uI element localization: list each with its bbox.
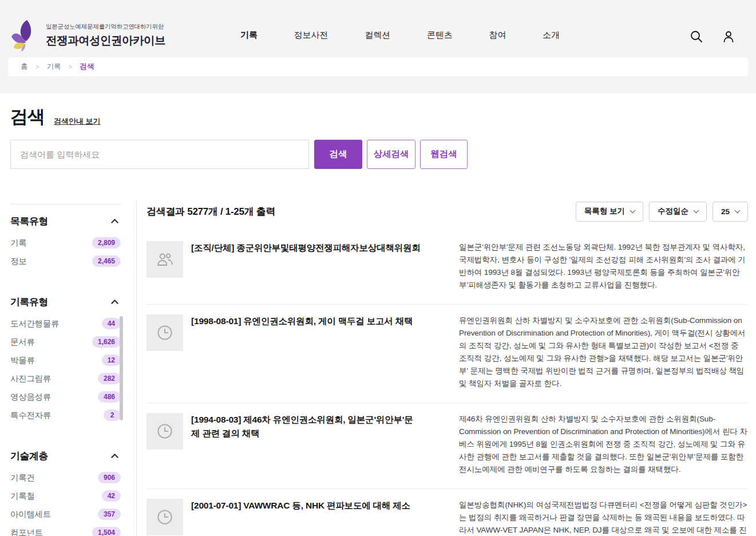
result-title[interactable]: [1994-08-03] 제46차 유엔인권소위원회, 일본군'위안부'문제 관… bbox=[191, 413, 444, 476]
filter-option-label: 기록 bbox=[10, 238, 26, 249]
chevron-up-icon bbox=[111, 219, 118, 226]
result-thumbnail bbox=[147, 314, 183, 351]
filter-option[interactable]: 사진그림류 282 bbox=[10, 369, 121, 388]
nav-item-participate[interactable]: 참여 bbox=[489, 30, 506, 41]
result-title[interactable]: [조직/단체] 종군위안부및태평양전쟁피해자보상대책위원회 bbox=[191, 241, 444, 291]
filter-count-badge: 906 bbox=[98, 472, 121, 483]
filter-section-record-type: 기록유형 도서간행물류 44 문서류 1,626 박물류 12 사진그림류 28… bbox=[10, 285, 121, 424]
filter-sidebar: 목록유형 기록 2,809 정보 2,465 기록유형 도서간행물류 44 bbox=[10, 204, 121, 536]
filter-option[interactable]: 기록건 906 bbox=[10, 468, 121, 487]
filter-section-title: 기록유형 bbox=[10, 295, 48, 309]
breadcrumb-separator: > bbox=[69, 63, 73, 71]
filter-count-badge: 357 bbox=[98, 509, 121, 520]
result-list: [조직/단체] 종군위안부및태평양전쟁피해자보상대책위원회 일본군'위안부'문제… bbox=[147, 231, 748, 536]
scrollbar-thumb[interactable] bbox=[120, 316, 123, 420]
filter-section-header[interactable]: 기록유형 bbox=[10, 294, 121, 314]
result-title[interactable]: [1998-08-01] 유엔인권소위원회, 게이 맥두걸 보고서 채택 bbox=[191, 314, 444, 390]
filter-option[interactable]: 기록 2,809 bbox=[10, 234, 121, 252]
nav-item-dictionary[interactable]: 정보사전 bbox=[294, 30, 328, 41]
filter-option[interactable]: 컴포넌트 1,504 bbox=[10, 523, 121, 536]
result-thumbnail bbox=[147, 499, 183, 535]
filter-count-badge: 282 bbox=[98, 373, 121, 384]
filter-count-badge: 1,504 bbox=[92, 527, 121, 536]
result-description: 유엔인권위원회 산하 차별방지 및 소수자보호에 관한 소위원회(Sub-Com… bbox=[459, 314, 748, 390]
filter-option-label: 문서류 bbox=[10, 337, 35, 348]
chevron-up-icon bbox=[111, 299, 118, 307]
clock-icon bbox=[155, 507, 175, 527]
filter-count-badge: 2 bbox=[104, 409, 121, 421]
search-button[interactable]: 검색 bbox=[314, 140, 362, 169]
logo-text: 일본군성노예제문제를기억하고연대하기위한 전쟁과여성인권아카이브 bbox=[46, 23, 165, 48]
result-title[interactable]: [2001-07-01] VAWWRAC 등, NHK 편파보도에 대해 제소 bbox=[191, 499, 444, 536]
filter-option-label: 도서간행물류 bbox=[10, 318, 59, 329]
clock-icon bbox=[155, 323, 175, 342]
brand-tagline: 일본군성노예제문제를기억하고연대하기위한 bbox=[46, 23, 165, 31]
nav-item-contents[interactable]: 콘텐츠 bbox=[427, 30, 453, 41]
filter-option-label: 특수전자류 bbox=[10, 410, 51, 421]
user-icon[interactable] bbox=[721, 29, 736, 44]
filter-option-label: 영상음성류 bbox=[10, 392, 51, 403]
filter-option[interactable]: 특수전자류 2 bbox=[10, 406, 121, 424]
filter-option[interactable]: 정보 2,465 bbox=[10, 252, 121, 270]
filter-option[interactable]: 기록철 42 bbox=[10, 487, 121, 505]
content-divider bbox=[136, 199, 137, 536]
result-description: 제46차 유엔인권위원회 산하 차별방지 및 소수자보호에 관한 소위원회(Su… bbox=[459, 413, 748, 476]
results-summary: 검색결과 5277개 / 1-25개 출력 bbox=[147, 205, 275, 218]
search-guide-link[interactable]: 검색안내 보기 bbox=[54, 116, 101, 127]
results-header: 검색결과 5277개 / 1-25개 출력 목록형 보기 수정일순 25 bbox=[147, 199, 748, 223]
filter-option-label: 컴포넌트 bbox=[10, 527, 43, 536]
page-size-label: 25 bbox=[721, 207, 730, 216]
filter-option-label: 사진그림류 bbox=[10, 373, 51, 384]
people-icon bbox=[155, 250, 175, 269]
result-item[interactable]: [조직/단체] 종군위안부및태평양전쟁피해자보상대책위원회 일본군'위안부'문제… bbox=[147, 231, 748, 305]
filter-option[interactable]: 박물류 12 bbox=[10, 351, 121, 369]
site-logo[interactable]: 일본군성노예제문제를기억하고연대하기위한 전쟁과여성인권아카이브 bbox=[10, 18, 165, 53]
breadcrumb-search[interactable]: 검색 bbox=[80, 62, 94, 72]
filter-section-header[interactable]: 기술계층 bbox=[10, 448, 121, 468]
filter-option[interactable]: 문서류 1,626 bbox=[10, 333, 121, 351]
filter-section-description-level: 기술계층 기록건 906 기록철 42 아이템세트 357 컴포넌트 1,504 bbox=[10, 439, 121, 536]
header: 일본군성노예제문제를기억하고연대하기위한 전쟁과여성인권아카이브 기록 정보사전… bbox=[0, 0, 756, 93]
filter-section-title: 기술계층 bbox=[10, 450, 48, 463]
filter-count-badge: 2,465 bbox=[92, 255, 121, 267]
breadcrumb: 홈 > 기록 > 검색 bbox=[8, 57, 748, 76]
page-size-select[interactable]: 25 bbox=[713, 202, 748, 222]
filter-option[interactable]: 영상음성류 486 bbox=[10, 388, 121, 406]
filter-option-label: 아이템세트 bbox=[10, 509, 51, 520]
clock-icon bbox=[155, 421, 175, 441]
result-description: 일본방송협회(NHK)의 여성국제전범법정 다큐멘터리 <전쟁을 어떻게 심판할… bbox=[459, 499, 748, 536]
filter-section-header[interactable]: 목록유형 bbox=[10, 214, 121, 234]
filter-scroll-list: 도서간행물류 44 문서류 1,626 박물류 12 사진그림류 282 영상음… bbox=[10, 314, 121, 424]
sort-order-select[interactable]: 수정일순 bbox=[649, 202, 707, 222]
filter-count-badge: 12 bbox=[102, 354, 121, 366]
chevron-down-icon bbox=[694, 208, 699, 214]
filter-section-title: 목록유형 bbox=[10, 215, 48, 228]
breadcrumb-records[interactable]: 기록 bbox=[47, 62, 61, 72]
results-controls: 목록형 보기 수정일순 25 bbox=[576, 202, 748, 222]
brand-title: 전쟁과여성인권아카이브 bbox=[46, 33, 165, 48]
filter-count-badge: 1,626 bbox=[92, 336, 121, 348]
filter-option[interactable]: 도서간행물류 44 bbox=[10, 314, 121, 333]
nav-item-records[interactable]: 기록 bbox=[240, 30, 258, 41]
filter-option-label: 정보 bbox=[10, 256, 26, 267]
result-item[interactable]: [1994-08-03] 제46차 유엔인권소위원회, 일본군'위안부'문제 관… bbox=[147, 403, 748, 489]
filter-option[interactable]: 아이템세트 357 bbox=[10, 505, 121, 523]
advanced-search-button[interactable]: 상세검색 bbox=[367, 140, 415, 169]
filter-count-badge: 44 bbox=[102, 318, 121, 329]
breadcrumb-home[interactable]: 홈 bbox=[21, 62, 28, 72]
web-search-button[interactable]: 웹검색 bbox=[420, 140, 468, 169]
filter-count-badge: 486 bbox=[98, 391, 121, 403]
result-item[interactable]: [2001-07-01] VAWWRAC 등, NHK 편파보도에 대해 제소 … bbox=[147, 489, 748, 536]
filter-option-label: 박물류 bbox=[10, 355, 35, 366]
result-thumbnail bbox=[147, 413, 183, 450]
search-results: 검색결과 5277개 / 1-25개 출력 목록형 보기 수정일순 25 bbox=[147, 199, 748, 536]
result-item[interactable]: [1998-08-01] 유엔인권소위원회, 게이 맥두걸 보고서 채택 유엔인… bbox=[147, 305, 748, 403]
top-navigation: 기록 정보사전 컬렉션 콘텐츠 참여 소개 bbox=[240, 30, 560, 41]
search-icon[interactable] bbox=[689, 29, 704, 44]
page-head: 검색 검색안내 보기 bbox=[10, 105, 101, 129]
nav-item-about[interactable]: 소개 bbox=[543, 30, 560, 41]
view-mode-select[interactable]: 목록형 보기 bbox=[576, 202, 643, 222]
nav-item-collection[interactable]: 컬렉션 bbox=[365, 30, 390, 41]
result-description: 일본군'위안부'문제 관련 조선노동당 외곽단체. 1992년 북한 정부관계자… bbox=[459, 241, 748, 291]
search-input[interactable] bbox=[10, 140, 309, 169]
